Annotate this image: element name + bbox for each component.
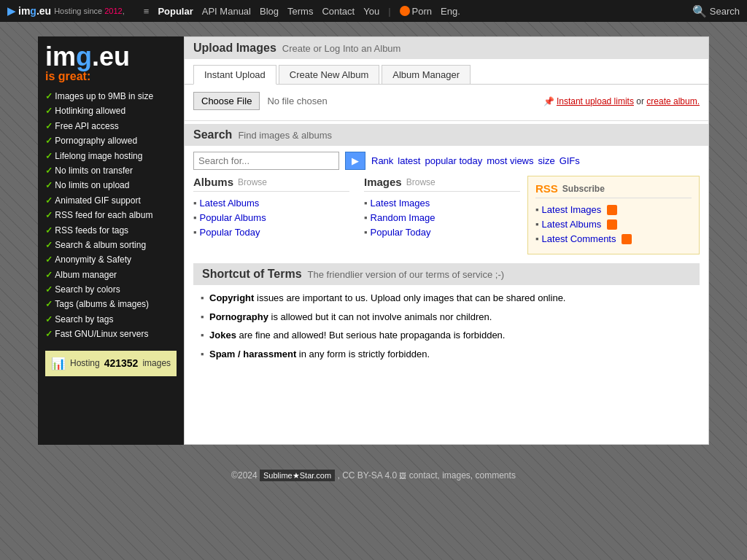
images-popular-today-link[interactable]: Popular Today [371,227,431,238]
limits-icon: 📌 [543,96,554,106]
search-header: Search Find images & albums [185,124,708,146]
choose-file-button[interactable]: Choose File [193,92,260,110]
feature-item: No limits on upload [45,178,177,192]
nav-separator: | [388,6,390,17]
site-logo: ▶ img.eu Hosting since 2012, [7,5,125,17]
albums-popular-today-link[interactable]: Popular Today [200,227,260,238]
search-section: Search Find images & albums ▶ Rank lates… [185,124,708,176]
instant-upload-limits-link[interactable]: Instant upload limits [557,96,634,106]
upload-section: Upload Images Create or Log Into an Albu… [185,37,708,117]
list-item: Latest Images [535,204,692,215]
upload-tabs: Instant Upload Create New Album Album Ma… [185,59,708,85]
list-item: Latest Albums [193,198,349,209]
search-go-button[interactable]: ▶ [345,152,365,170]
list-item: Jokes are fine and allowed! But serious … [201,328,700,343]
upload-limits-area: 📌 Instant upload limits or create album. [543,96,700,106]
sort-popular-today[interactable]: popular today [425,155,482,166]
footer-license: , CC BY-SA 4.0 [338,470,398,481]
hosting-label: Hosting [70,358,100,368]
feature-item: No limits on transfer [45,163,177,178]
feature-item: Search by tags [45,312,177,327]
feature-item: Free API access [45,119,177,133]
main-nav-links: ≡ Popular API Manual Blog Terms Contact … [144,6,460,17]
list-item: Spam / harassment in any form is strictl… [201,347,700,362]
terms-bold: Copyright [209,292,254,303]
list-item: Latest Comments [535,233,692,244]
images-list: Latest Images Random Image Popular Today [364,198,520,238]
nav-api-manual[interactable]: API Manual [202,6,251,17]
terms-subtitle: The friendlier version of our terms of s… [308,269,504,280]
feature-item: RSS feeds for tags [45,223,177,238]
terms-bold: Pornography [209,311,268,322]
menu-icon[interactable]: ≡ [144,6,150,17]
images-panel: Images Browse Latest Images Random Image… [357,176,527,254]
sort-most-views[interactable]: most views [487,155,533,166]
footer-contact-link[interactable]: contact [409,470,438,481]
albums-browse-label: Browse [238,177,267,187]
upload-header: Upload Images Create or Log Into an Albu… [185,37,708,59]
feature-item: Album manager [45,268,177,282]
feature-item: RSS feed for each album [45,208,177,222]
rss-panel: RSS Subscribe Latest Images Latest Album… [527,176,700,254]
rss-latest-comments-link[interactable]: Latest Comments [542,233,616,244]
tab-album-manager[interactable]: Album Manager [382,65,471,84]
popular-albums-link[interactable]: Popular Albums [200,212,266,223]
nav-popular[interactable]: Popular [158,6,193,17]
hosting-stats: 📊 Hosting 421352 images [45,351,177,376]
rss-latest-images-link[interactable]: Latest Images [542,204,602,215]
footer-icon: 🖼 [399,472,406,480]
create-album-link[interactable]: create album. [646,96,700,106]
nav-eng[interactable]: Eng. [441,6,460,17]
rss-icon [607,205,617,215]
search-title: Search [193,128,232,141]
terms-list: Copyright issues are important to us. Up… [193,291,700,361]
browse-panels: Albums Browse Latest Albums Popular Albu… [185,176,708,263]
tab-instant-upload[interactable]: Instant Upload [193,65,276,85]
footer-comments-link[interactable]: comments [476,470,516,481]
list-item: Popular Today [193,227,349,238]
nav-blog[interactable]: Blog [260,6,279,17]
top-search-button[interactable]: 🔍 Search [692,4,740,18]
sort-size[interactable]: size [538,155,555,166]
sort-rank[interactable]: Rank [371,155,393,166]
nav-you[interactable]: You [363,6,379,17]
terms-bold: Spam / harassment [209,349,296,359]
rss-icon [622,234,632,244]
logo-text: img.eu [18,5,51,17]
search-icon: 🔍 [692,4,707,18]
tab-create-album[interactable]: Create New Album [279,65,379,84]
random-image-link[interactable]: Random Image [371,212,436,223]
feature-item: Pornography allowed [45,133,177,148]
rss-latest-albums-link[interactable]: Latest Albums [542,219,602,230]
porn-icon [400,6,410,16]
terms-header: Shortcut of Terms The friendlier version… [193,263,700,285]
search-subtitle: Find images & albums [238,130,332,141]
latest-images-link[interactable]: Latest Images [371,198,430,209]
latest-albums-link[interactable]: Latest Albums [200,198,260,209]
feature-item: Lifelong image hosting [45,149,177,163]
feature-item: Fast GNU/Linux servers [45,327,177,341]
list-item: Copyright issues are important to us. Up… [201,291,700,306]
terms-bold: Jokes [209,330,236,341]
list-item: Popular Today [364,227,520,238]
images-title: Images [364,176,402,188]
footer-images-link[interactable]: images [442,470,471,481]
terms-section: Shortcut of Terms The friendlier version… [185,263,708,374]
terms-title: Shortcut of Terms [202,268,302,281]
sort-gifs[interactable]: GIFs [560,155,580,166]
search-input[interactable] [193,152,339,170]
search-sort-links: Rank latest popular today most views siz… [371,155,580,166]
search-bar-row: ▶ Rank latest popular today most views s… [185,146,708,176]
logo-arrow: ▶ [7,5,15,17]
nav-contact[interactable]: Contact [322,6,355,17]
no-file-label: No file chosen [267,96,327,106]
nav-terms[interactable]: Terms [287,6,313,17]
hosting-since: Hosting since 2012, [54,7,125,15]
feature-item: Hotlinking allowed [45,104,177,118]
sidebar: img.eu is great: Images up to 9MB in siz… [38,36,184,445]
images-browse-label: Browse [406,177,436,187]
rss-title: RSS [535,182,558,195]
nav-porn[interactable]: Porn [400,6,432,17]
page-footer: ©2024 Sublime★Star.com , CC BY-SA 4.0 🖼 … [0,459,747,491]
sort-latest[interactable]: latest [398,155,420,166]
